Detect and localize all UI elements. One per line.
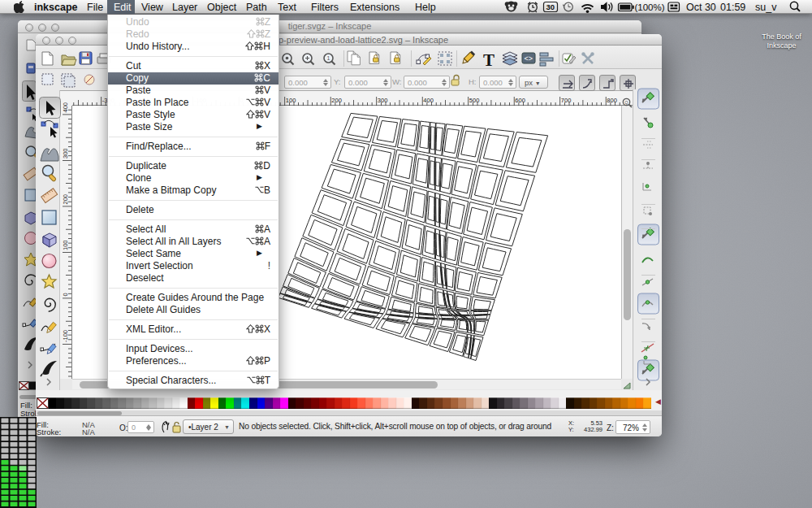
svg-text:600: 600 <box>515 97 525 104</box>
svg-text:300: 300 <box>62 148 69 158</box>
svg-text:200: 200 <box>62 194 69 205</box>
svg-text:300: 300 <box>378 97 388 104</box>
svg-text:400: 400 <box>62 102 69 113</box>
svg-text:-100: -100 <box>62 330 69 342</box>
svg-text:100: 100 <box>62 240 69 250</box>
svg-text:1: 1 <box>327 55 330 61</box>
svg-text:Q: Q <box>624 100 628 105</box>
svg-text:0: 0 <box>62 293 69 296</box>
svg-text:30: 30 <box>546 2 555 11</box>
svg-text:400: 400 <box>423 97 434 104</box>
svg-text:200: 200 <box>331 97 342 104</box>
svg-text:(100%): (100%) <box>635 2 665 12</box>
svg-text:su_v: su_v <box>755 2 777 13</box>
svg-text:700: 700 <box>561 97 572 104</box>
svg-text:<>: <> <box>525 54 533 63</box>
svg-text:Oct 30: Oct 30 <box>686 2 716 13</box>
svg-text:01:59: 01:59 <box>720 2 745 13</box>
svg-text:800: 800 <box>607 97 617 104</box>
svg-text:500: 500 <box>469 97 480 104</box>
svg-text:T: T <box>483 50 495 70</box>
svg-text:100: 100 <box>286 97 296 104</box>
